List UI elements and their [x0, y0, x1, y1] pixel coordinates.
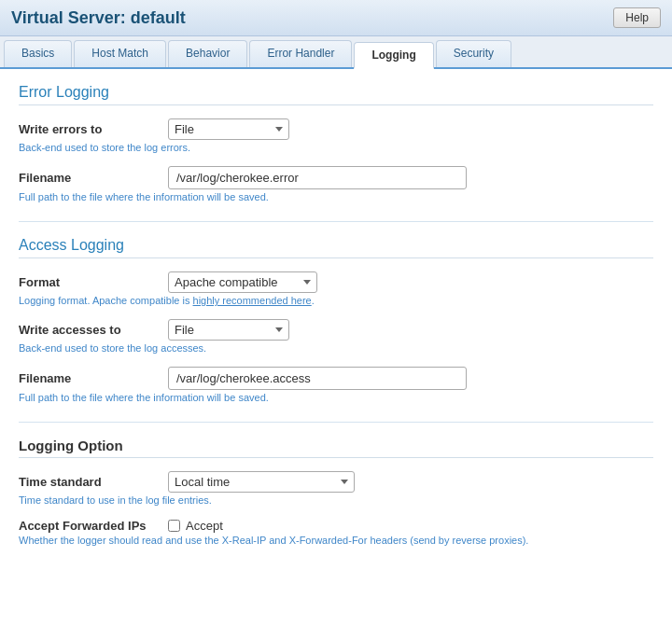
format-row: Format Apache compatible Combined Custom	[19, 271, 653, 293]
write-errors-group: Write errors to File syslog stderr Back-…	[19, 118, 653, 153]
write-accesses-select[interactable]: File syslog stderr	[168, 319, 289, 341]
time-standard-hint: Time standard to use in the log file ent…	[19, 494, 653, 506]
access-logging-section: Access Logging Format Apache compatible …	[19, 237, 653, 403]
format-group: Format Apache compatible Combined Custom…	[19, 271, 653, 306]
access-filename-input[interactable]	[168, 367, 467, 390]
tab-logging[interactable]: Logging	[354, 42, 433, 69]
time-standard-row: Time standard Local time UTC	[19, 471, 653, 493]
error-logging-section: Error Logging Write errors to File syslo…	[19, 84, 653, 202]
accept-forwarded-label: Accept Forwarded IPs	[19, 519, 168, 533]
write-errors-select[interactable]: File syslog stderr	[168, 118, 289, 140]
error-filename-input[interactable]	[168, 166, 467, 189]
accept-checkbox-label: Accept	[186, 519, 223, 533]
access-filename-hint: Full path to the file where the informat…	[19, 392, 653, 403]
help-button[interactable]: Help	[613, 7, 661, 28]
accept-forwarded-row: Accept Forwarded IPs Accept	[19, 519, 653, 533]
tab-basics[interactable]: Basics	[4, 40, 72, 67]
page-title: Virtual Server: default	[11, 8, 186, 28]
logging-option-title: Logging Option	[19, 438, 653, 458]
accept-forwarded-hint: Whether the logger should read and use t…	[19, 535, 653, 546]
tab-behavior[interactable]: Behavior	[168, 40, 247, 67]
section-divider-1	[19, 221, 653, 222]
tab-error-handler[interactable]: Error Handler	[249, 40, 352, 67]
write-accesses-label: Write accesses to	[19, 323, 168, 337]
accept-checkbox-row: Accept	[168, 519, 223, 533]
time-standard-label: Time standard	[19, 475, 168, 489]
error-filename-hint: Full path to the file where the informat…	[19, 191, 653, 202]
write-accesses-group: Write accesses to File syslog stderr Bac…	[19, 319, 653, 354]
error-filename-row: Filename	[19, 166, 653, 189]
error-filename-label: Filename	[19, 171, 168, 185]
format-label: Format	[19, 275, 168, 289]
logging-option-section: Logging Option Time standard Local time …	[19, 438, 653, 546]
time-standard-group: Time standard Local time UTC Time standa…	[19, 471, 653, 506]
accept-forwarded-group: Accept Forwarded IPs Accept Whether the …	[19, 519, 653, 546]
write-errors-hint: Back-end used to store the log errors.	[19, 142, 653, 153]
access-filename-label: Filename	[19, 371, 168, 385]
page-header: Virtual Server: default Help	[0, 0, 672, 36]
main-content: Error Logging Write errors to File syslo…	[0, 69, 672, 579]
tab-host-match[interactable]: Host Match	[74, 40, 166, 67]
error-filename-group: Filename Full path to the file where the…	[19, 166, 653, 202]
access-filename-group: Filename Full path to the file where the…	[19, 367, 653, 403]
write-errors-label: Write errors to	[19, 122, 168, 136]
accept-forwarded-checkbox[interactable]	[168, 520, 180, 532]
access-filename-row: Filename	[19, 367, 653, 390]
error-logging-title: Error Logging	[19, 84, 653, 105]
write-accesses-hint: Back-end used to store the log accesses.	[19, 342, 653, 354]
format-select[interactable]: Apache compatible Combined Custom	[168, 271, 317, 293]
write-errors-row: Write errors to File syslog stderr	[19, 118, 653, 140]
write-accesses-row: Write accesses to File syslog stderr	[19, 319, 653, 341]
section-divider-2	[19, 422, 653, 423]
tab-bar: Basics Host Match Behavior Error Handler…	[0, 36, 672, 69]
tab-security[interactable]: Security	[436, 40, 511, 67]
format-hint: Logging format. Apache compatible is hig…	[19, 295, 653, 306]
time-standard-select[interactable]: Local time UTC	[168, 471, 355, 493]
access-logging-title: Access Logging	[19, 237, 653, 258]
